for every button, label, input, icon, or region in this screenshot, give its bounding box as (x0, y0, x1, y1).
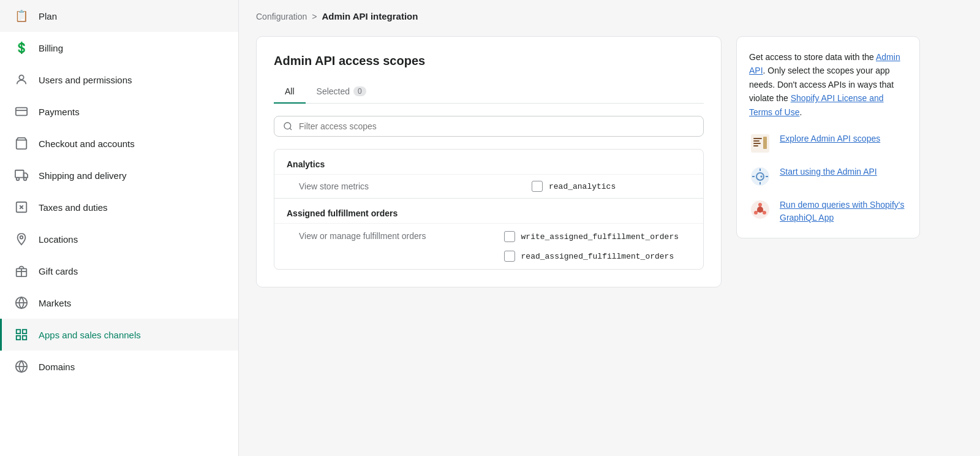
scope-checkbox-area: read_analytics (532, 181, 691, 192)
checkbox-read-analytics[interactable] (532, 181, 543, 192)
sidebar-item-label: Shipping and delivery (39, 170, 126, 181)
info-link-item-demo: Run demo queries with Shopify's GraphiQL… (749, 199, 907, 224)
svg-rect-28 (763, 137, 767, 149)
svg-marker-5 (24, 173, 28, 177)
shipping-icon (14, 168, 29, 183)
search-box (274, 116, 704, 137)
sidebar-item-label: Apps and sales channels (39, 330, 141, 340)
sidebar-item-billing[interactable]: 💲 Billing (0, 32, 238, 64)
svg-rect-24 (753, 138, 762, 139)
main-content: Configuration > Admin API integration Ad… (239, 0, 980, 456)
sidebar-item-label: Payments (39, 107, 80, 117)
svg-rect-25 (753, 140, 760, 142)
location-icon (14, 232, 29, 246)
scope-section-assigned-fulfillment: Assigned fulfillment orders View or mana… (274, 199, 703, 269)
sidebar-item-apps-sales-channels[interactable]: Apps and sales channels (0, 319, 238, 351)
info-link-item-start: Start using the Admin API (749, 165, 907, 188)
svg-rect-27 (753, 145, 758, 146)
license-link[interactable]: Shopify API License and Terms of Use (749, 93, 884, 116)
scope-name-write-fulfillment: write_assigned_fulfillment_orders (521, 232, 679, 241)
plan-icon: 📋 (14, 9, 29, 23)
info-links-list: Explore Admin API scopes (749, 132, 907, 224)
checkout-icon (14, 136, 29, 151)
scope-list: Analytics View store metrics read_analyt… (274, 149, 704, 270)
run-demo-icon (749, 199, 771, 221)
svg-point-0 (19, 75, 23, 80)
run-demo-link[interactable]: Run demo queries with Shopify's GraphiQL… (780, 199, 907, 224)
sidebar-item-locations[interactable]: Locations (0, 223, 238, 255)
explore-scopes-link[interactable]: Explore Admin API scopes (780, 132, 880, 145)
sidebar-item-label: Gift cards (39, 266, 78, 276)
breadcrumb-separator: > (312, 12, 317, 21)
apps-icon (14, 327, 29, 342)
sidebar-item-label: Billing (39, 43, 63, 53)
sidebar-item-label: Locations (39, 234, 78, 245)
access-scopes-card: Admin API access scopes All Selected 0 (256, 36, 722, 287)
scope-name-read-analytics: read_analytics (549, 182, 616, 191)
sidebar-item-checkout-accounts[interactable]: Checkout and accounts (0, 127, 238, 159)
svg-rect-26 (753, 143, 761, 144)
breadcrumb-current: Admin API integration (322, 11, 418, 21)
billing-icon: 💲 (14, 40, 29, 55)
sidebar-item-label: Plan (39, 11, 57, 21)
info-link-item-explore: Explore Admin API scopes (749, 132, 907, 154)
svg-point-11 (20, 236, 23, 239)
svg-rect-17 (23, 336, 26, 340)
info-panel: Get access to store data with the Admin … (736, 36, 920, 238)
svg-point-7 (24, 178, 27, 181)
selected-badge: 0 (353, 86, 366, 96)
card-title: Admin API access scopes (274, 54, 704, 68)
scope-section-analytics: Analytics View store metrics read_analyt… (274, 150, 703, 199)
checkbox-write-fulfillment[interactable] (504, 231, 515, 242)
sidebar-item-taxes-duties[interactable]: Taxes and duties (0, 191, 238, 223)
sidebar-item-users-permissions[interactable]: Users and permissions (0, 64, 238, 96)
sidebar-item-domains[interactable]: Domains (0, 351, 238, 382)
scope-desc: View store metrics (287, 181, 522, 191)
assigned-fulfillment-section-title: Assigned fulfillment orders (274, 199, 703, 223)
sidebar-item-payments[interactable]: Payments (0, 96, 238, 127)
info-card: Get access to store data with the Admin … (736, 36, 920, 238)
sidebar-item-plan[interactable]: 📋 Plan (0, 0, 238, 32)
svg-rect-4 (15, 170, 24, 178)
tab-all[interactable]: All (274, 80, 306, 104)
sidebar-item-label: Markets (39, 298, 71, 308)
svg-rect-16 (23, 330, 26, 333)
svg-line-22 (290, 128, 292, 130)
svg-point-21 (284, 123, 291, 129)
sidebar: 📋 Plan 💲 Billing Users and permissions P… (0, 0, 239, 456)
user-icon (14, 72, 29, 87)
svg-point-6 (17, 178, 20, 181)
domains-icon (14, 359, 29, 374)
search-input[interactable] (299, 121, 695, 131)
sidebar-item-label: Domains (39, 362, 75, 372)
svg-rect-1 (16, 108, 27, 116)
analytics-section-title: Analytics (274, 150, 703, 174)
sidebar-item-label: Taxes and duties (39, 202, 108, 213)
tabs-bar: All Selected 0 (274, 80, 704, 104)
payments-icon (14, 104, 29, 119)
info-text: Get access to store data with the Admin … (749, 50, 907, 119)
sidebar-item-gift-cards[interactable]: Gift cards (0, 255, 238, 287)
markets-icon (14, 295, 29, 310)
start-api-icon (749, 165, 771, 188)
tab-selected[interactable]: Selected 0 (306, 80, 377, 104)
sidebar-item-shipping-delivery[interactable]: Shipping and delivery (0, 159, 238, 191)
scope-row: View store metrics read_analytics (274, 174, 703, 198)
gift-icon (14, 264, 29, 278)
start-using-link[interactable]: Start using the Admin API (780, 165, 877, 178)
sidebar-item-label: Checkout and accounts (39, 139, 135, 149)
admin-api-link[interactable]: Admin API (749, 52, 900, 75)
checkbox-read-fulfillment[interactable] (504, 251, 515, 262)
svg-point-37 (758, 203, 762, 207)
scope-desc-fulfillment: View or manage fulfillment orders (287, 231, 494, 241)
tab-selected-label: Selected (317, 86, 350, 96)
svg-line-42 (757, 211, 758, 211)
svg-rect-15 (17, 330, 20, 333)
scope-name-read-fulfillment: read_assigned_fulfillment_orders (521, 252, 674, 261)
sidebar-item-label: Users and permissions (39, 75, 132, 85)
svg-line-41 (762, 211, 763, 211)
sidebar-item-markets[interactable]: Markets (0, 287, 238, 319)
search-icon (283, 121, 293, 131)
breadcrumb-parent[interactable]: Configuration (256, 12, 307, 21)
scope-row-fulfillment: View or manage fulfillment orders write_… (274, 223, 703, 269)
